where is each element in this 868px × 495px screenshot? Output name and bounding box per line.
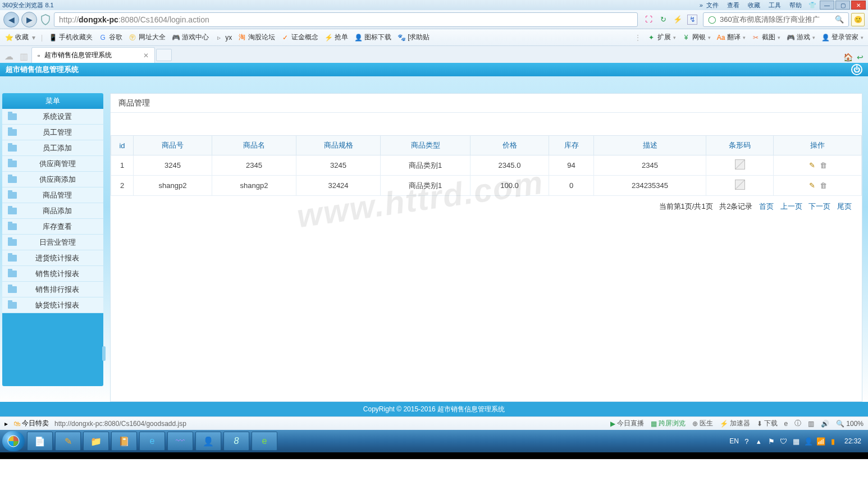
status-item-8[interactable]: 🔊 (821, 420, 829, 428)
status-item-2[interactable]: ⊕医生 (692, 419, 713, 428)
delete-icon[interactable]: 🗑 (819, 181, 828, 190)
sidebar-item-10[interactable]: 销售统计报表 (2, 266, 103, 282)
refresh-icon[interactable]: ↻ (658, 15, 668, 25)
minimize-button[interactable]: — (820, 1, 834, 10)
sidebar-item-4[interactable]: 供应商添加 (2, 172, 103, 187)
menu-fav[interactable]: 收藏 (748, 2, 760, 8)
back-button[interactable]: ◀ (3, 12, 19, 27)
status-item-1[interactable]: ▦跨屏浏览 (651, 419, 686, 428)
toolbar-0[interactable]: ✦扩展▾ (647, 33, 676, 42)
tray-net-icon[interactable]: 📶 (816, 437, 825, 446)
sidebar-item-6[interactable]: 商品添加 (2, 203, 103, 219)
status-item-5[interactable]: e (784, 420, 788, 428)
close-button[interactable]: ✕ (851, 1, 866, 10)
sidebar-item-0[interactable]: 系统设置 (2, 109, 103, 125)
tray-misc-icon[interactable]: ▮ (829, 437, 838, 446)
bookmark-7[interactable]: ✓证金概念 (281, 33, 318, 42)
bookmark-4[interactable]: 🎮游戏中心 (171, 33, 209, 42)
pager-last[interactable]: 尾页 (837, 202, 852, 210)
shield-icon[interactable] (39, 13, 52, 26)
bookmark-1[interactable]: 📱手机收藏夹 (48, 33, 93, 42)
delete-icon[interactable]: 🗑 (819, 161, 828, 170)
task-app-5[interactable]: 〰 (167, 432, 193, 451)
tray-help-icon[interactable]: ? (742, 437, 751, 446)
tray-lang[interactable]: EN (729, 437, 739, 445)
toolbar-5[interactable]: 👤登录管家▾ (821, 33, 864, 42)
status-item-9[interactable]: 🔍100% (836, 420, 864, 428)
bookmark-8[interactable]: ⚡抢单 (324, 33, 348, 42)
search-box[interactable]: ◯ 360宣布彻底清除医疗商业推广 🔍 (703, 12, 849, 27)
status-deal[interactable]: 🛍今日特卖 (13, 419, 49, 428)
undo-close-icon[interactable]: ↩ (855, 52, 866, 63)
menu-tools[interactable]: 工具 (769, 2, 781, 8)
toolbar-1[interactable]: ¥网银▾ (682, 33, 711, 42)
status-item-4[interactable]: ⬇下载 (757, 419, 778, 428)
status-item-0[interactable]: ▶今日直播 (610, 419, 644, 428)
sync-icon[interactable]: ▥ (17, 49, 30, 63)
bookmark-3[interactable]: ㊫网址大全 (128, 33, 166, 42)
status-item-3[interactable]: ⚡加速器 (720, 419, 750, 428)
menu-view[interactable]: 查看 (727, 2, 739, 8)
skin-icon[interactable]: 👕 (808, 2, 816, 9)
url-bar[interactable]: http://dongxk-pc:8080/Cs1604/login.actio… (54, 12, 638, 27)
user-avatar[interactable]: 🙂 (851, 13, 865, 26)
sidebar-item-3[interactable]: 供应商管理 (2, 156, 103, 172)
task-app-4[interactable]: 📔 (111, 432, 137, 451)
status-chevron[interactable]: ▸ (4, 420, 8, 428)
forward-button[interactable]: ▶ (21, 12, 37, 27)
maximize-button[interactable]: ▢ (835, 1, 850, 10)
tray-clock[interactable]: 22:32 (844, 437, 861, 445)
task-app-1[interactable]: 📄 (27, 432, 53, 451)
task-ie[interactable]: e (139, 432, 165, 451)
bookmark-5[interactable]: ▹yx (214, 33, 232, 42)
tray-user-icon[interactable]: 👤 (804, 437, 813, 446)
search-icon[interactable]: 🔍 (835, 15, 844, 24)
tray-box-icon[interactable]: ▦ (792, 437, 801, 446)
bookmark-9[interactable]: 👤图标下载 (354, 33, 391, 42)
table-cell: shangp2 (212, 176, 296, 196)
sidebar-item-8[interactable]: 日营业管理 (2, 235, 103, 250)
pager-prev[interactable]: 上一页 (780, 202, 802, 210)
task-360[interactable]: e (252, 432, 277, 451)
task-app-2[interactable]: ✎ (55, 432, 81, 451)
sidebar-item-label: 销售统计报表 (22, 269, 103, 279)
menu-file[interactable]: 文件 (706, 2, 719, 8)
bookmark-10[interactable]: 🐾[求助贴 (397, 33, 430, 42)
sidebar-item-5[interactable]: 商品管理 (2, 187, 103, 203)
tab-close-icon[interactable]: ✕ (143, 52, 149, 59)
edit-icon[interactable]: ✎ (807, 161, 816, 170)
sidebar-item-2[interactable]: 员工添加 (2, 140, 103, 156)
bookmark-0[interactable]: ⭐收藏 (4, 33, 29, 42)
pager-first[interactable]: 首页 (759, 202, 774, 210)
status-item-7[interactable]: ▥ (808, 420, 814, 428)
sidebar-item-9[interactable]: 进货统计报表 (2, 250, 103, 266)
tray-up-icon[interactable]: ▴ (755, 437, 764, 446)
sidebar-item-12[interactable]: 缺货统计报表 (2, 297, 103, 313)
block-icon[interactable]: ⛶ (643, 15, 654, 25)
start-button[interactable] (2, 431, 25, 451)
sidebar-item-7[interactable]: 库存查看 (2, 219, 103, 235)
edit-icon[interactable]: ✎ (807, 181, 816, 190)
toolbar-4[interactable]: 🎮游戏▾ (786, 33, 815, 42)
tray-flag-icon[interactable]: ⚑ (767, 437, 776, 446)
bookmark-6[interactable]: 淘淘股论坛 (237, 33, 275, 42)
sidebar-item-11[interactable]: 销售排行报表 (2, 282, 103, 297)
toolbar-3[interactable]: ✂截图▾ (751, 33, 780, 42)
bookmark-2[interactable]: G谷歌 (98, 33, 122, 42)
task-app-7[interactable]: 8 (223, 432, 249, 451)
task-app-6[interactable]: 👤 (195, 432, 221, 451)
cloud-icon[interactable]: ☁ (2, 49, 16, 63)
sidebar-item-1[interactable]: 员工管理 (2, 125, 103, 140)
menu-help[interactable]: 帮助 (789, 2, 802, 8)
new-tab-button[interactable] (156, 49, 172, 61)
status-item-6[interactable]: ⓘ (794, 419, 801, 428)
logout-button[interactable]: ⏻ (851, 64, 862, 75)
task-app-3[interactable]: 📁 (83, 432, 109, 451)
flash-icon[interactable]: ⚡ (673, 15, 683, 25)
browser-tab[interactable]: ▫ 超市销售信息管理系统 ✕ (31, 47, 155, 63)
compat-icon[interactable]: ↯ (687, 15, 697, 25)
tray-shield-icon[interactable]: 🛡 (779, 437, 788, 446)
toolbar-2[interactable]: Aa翻译▾ (716, 33, 746, 42)
pager-next[interactable]: 下一页 (808, 202, 830, 210)
home-icon[interactable]: 🏠 (842, 52, 853, 63)
